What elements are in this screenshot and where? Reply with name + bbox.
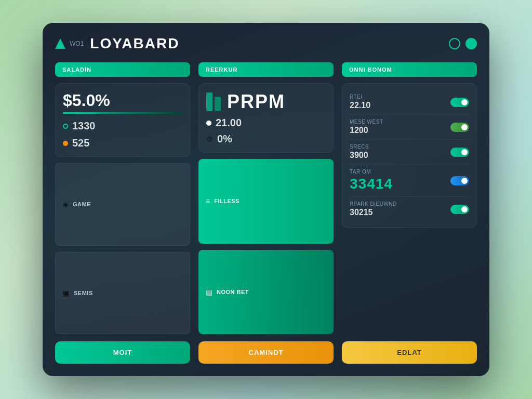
header-btn-2[interactable]: [466, 38, 477, 49]
col1-action1-btn[interactable]: ◈ GAME: [55, 163, 190, 246]
triangle-icon: [55, 38, 65, 49]
right-item-2: MESE WEST 1200: [350, 115, 469, 140]
footer-btn-3[interactable]: EDLAT: [342, 341, 477, 364]
toggle-4[interactable]: [450, 176, 469, 185]
gear-icon: ⚙: [206, 135, 213, 143]
item2-value: 1200: [350, 126, 383, 135]
col2-stat2: 0%: [217, 133, 232, 145]
rpark-label: RPARK DIEUWND: [350, 201, 397, 207]
col2-action1-btn[interactable]: ≡ FILLESS: [198, 159, 334, 244]
item3-label: SRECS: [350, 144, 369, 150]
item3-value: 3900: [350, 151, 369, 160]
right-item-tar-om: TAR OM 33414: [350, 165, 469, 197]
promo-icon: [206, 92, 221, 111]
toggle-3[interactable]: [450, 148, 469, 157]
col2-action1-label: FILLESS: [214, 198, 240, 204]
app-title: LOYABARD: [90, 35, 179, 52]
white-dot-icon: [206, 121, 211, 126]
header: WO1 LOYABARD: [55, 35, 477, 52]
app-window: WO1 LOYABARD SALADIN $5.0% 1330 525: [43, 23, 489, 376]
toggle-5[interactable]: [450, 205, 469, 214]
col1-action2-btn[interactable]: ▣ SEMIS: [55, 252, 190, 335]
header-left: WO1 LOYABARD: [55, 35, 179, 52]
item2-label: MESE WEST: [350, 119, 383, 125]
green-dot-icon: [63, 124, 68, 129]
footer-btn-1[interactable]: MOIT: [55, 341, 190, 364]
toggle-1[interactable]: [450, 98, 469, 107]
col2-action2-label: NOON BET: [217, 289, 249, 295]
game-icon: ◈: [63, 200, 69, 208]
col1-header: SALADIN: [55, 62, 190, 77]
header-btn-1[interactable]: [449, 38, 460, 49]
filless-icon: ≡: [206, 197, 210, 205]
col1-action2-label: SEMIS: [74, 290, 93, 296]
column-3: ONNI BONOM RTEI 22.10 MESE WEST 1200: [342, 62, 477, 334]
rpark-value: 30215: [350, 208, 397, 217]
right-item-1: RTEI 22.10: [350, 90, 469, 115]
col2-main-card: PRPM 21.00 ⚙ 0%: [198, 83, 334, 153]
tar-om-value: 33414: [350, 176, 393, 192]
subtitle-label: WO1: [70, 40, 84, 47]
col1-stat-number2: 525: [72, 137, 89, 149]
footer-buttons: MOIT CAMINDT EDLAT: [55, 341, 477, 364]
orange-dot-icon: [63, 141, 68, 146]
column-1: SALADIN $5.0% 1330 525 ◈ GAME ▣ S: [55, 62, 190, 334]
noon-icon: ▤: [206, 288, 212, 296]
col1-action1-label: GAME: [73, 201, 91, 207]
col1-main-card: $5.0% 1330 525: [55, 83, 190, 157]
footer-btn-2[interactable]: CAMINDT: [198, 341, 334, 364]
toggle-2[interactable]: [450, 123, 469, 132]
right-item-3: SRECS 3900: [350, 140, 469, 165]
col2-promo-title: PRPM: [227, 91, 285, 113]
col2-stat1: 21.00: [216, 117, 242, 129]
col1-stat-number1: 1330: [72, 120, 96, 132]
col3-header: ONNI BONOM: [342, 62, 477, 77]
col2-header: REERKUR: [198, 62, 334, 77]
item1-label: RTEI: [350, 94, 370, 100]
tar-om-label: TAR OM: [350, 169, 393, 175]
col2-action2-btn[interactable]: ▤ NOON BET: [198, 250, 334, 335]
column-2: REERKUR PRPM 21.00 ⚙ 0%: [198, 62, 334, 334]
item1-value: 22.10: [350, 101, 370, 110]
semis-icon: ▣: [63, 289, 70, 297]
col1-stat-main: $5.0%: [63, 91, 182, 110]
col3-items-card: RTEI 22.10 MESE WEST 1200 SRECS 3900: [342, 83, 477, 228]
right-item-rpark: RPARK DIEUWND 30215: [350, 197, 469, 221]
header-buttons: [449, 38, 477, 49]
main-grid: SALADIN $5.0% 1330 525 ◈ GAME ▣ S: [55, 62, 477, 334]
